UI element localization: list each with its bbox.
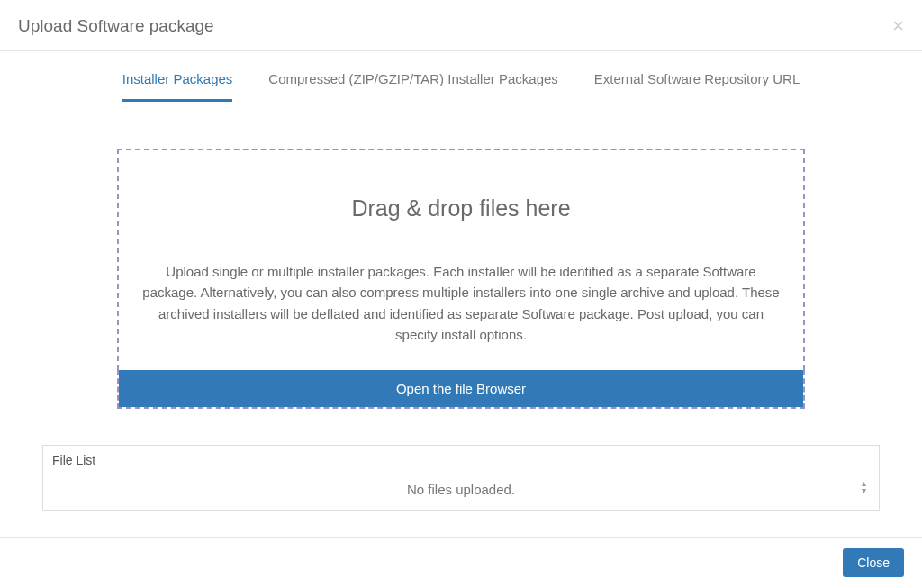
dropzone-description: Upload single or multiple installer pack… — [140, 261, 782, 345]
modal-footer: Close — [0, 537, 922, 588]
file-list-body: No files uploaded. ▴ ▾ — [52, 473, 870, 501]
dropzone[interactable]: Drag & drop files here Upload single or … — [117, 149, 805, 370]
tab-installer-packages[interactable]: Installer Packages — [122, 71, 233, 102]
chevron-down-icon: ▾ — [862, 487, 866, 494]
file-list-label: File List — [52, 453, 870, 467]
browse-button-wrap: Open the file Browser — [117, 370, 805, 409]
modal-header: Upload Software package × — [0, 0, 922, 51]
file-list-box: File List No files uploaded. ▴ ▾ — [42, 445, 880, 511]
content-area: Drag & drop files here Upload single or … — [0, 149, 922, 511]
modal-title: Upload Software package — [18, 16, 214, 36]
tabs-container: Installer Packages Compressed (ZIP/GZIP/… — [0, 51, 922, 102]
close-icon[interactable]: × — [892, 16, 904, 36]
close-button[interactable]: Close — [843, 548, 904, 577]
stepper-icon[interactable]: ▴ ▾ — [862, 480, 866, 494]
tab-compressed-packages[interactable]: Compressed (ZIP/GZIP/TAR) Installer Pack… — [268, 71, 557, 102]
tab-external-repository[interactable]: External Software Repository URL — [594, 71, 800, 102]
open-file-browser-button[interactable]: Open the file Browser — [119, 370, 803, 407]
file-list-empty-message: No files uploaded. — [407, 482, 515, 497]
dropzone-wrapper: Drag & drop files here Upload single or … — [117, 149, 805, 409]
dropzone-title: Drag & drop files here — [140, 195, 782, 222]
